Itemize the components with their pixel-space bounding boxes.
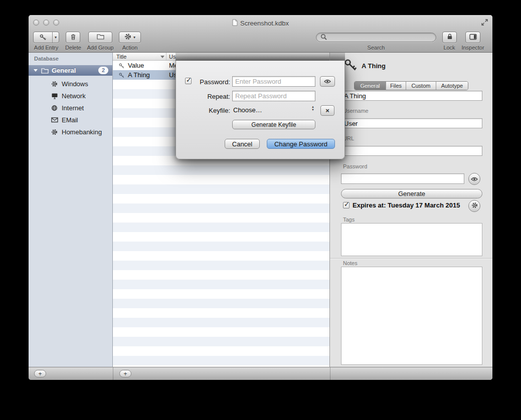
monitor-icon — [51, 93, 58, 99]
window-title: Screenshot.kdbx — [29, 19, 492, 28]
check-icon: ✓ — [344, 200, 350, 208]
tab-custom[interactable]: Custom — [406, 82, 436, 90]
sidebar-item-internet[interactable]: Internet — [51, 103, 84, 112]
pane-divider — [113, 367, 113, 380]
disclosure-triangle-icon[interactable] — [34, 69, 38, 72]
add-group-label: Add Group — [86, 45, 115, 51]
delete-button[interactable] — [66, 32, 80, 43]
lock-button[interactable] — [442, 32, 457, 43]
fullscreen-icon[interactable] — [481, 19, 488, 27]
sidebar-item-label: Windows — [62, 80, 88, 88]
show-password-button[interactable] — [468, 173, 480, 185]
inspector-panel: A Thing General Files Custom Autotype Us… — [330, 53, 492, 367]
password-field[interactable] — [341, 173, 464, 184]
column-divider[interactable] — [166, 53, 166, 60]
add-entry-label: Add Entry — [33, 45, 59, 51]
lock-icon — [447, 33, 453, 42]
sidebar-item-label: Network — [62, 92, 86, 100]
notes-label: Notes — [343, 260, 358, 266]
search-icon — [320, 34, 327, 42]
sidebar-group-general[interactable]: General 2 — [29, 65, 112, 76]
title-field[interactable] — [341, 91, 482, 101]
action-button[interactable]: ▾ — [119, 32, 141, 43]
action-label: Action — [119, 45, 141, 51]
entry-key-icon — [344, 59, 357, 73]
eye-icon — [324, 78, 331, 85]
tags-label: Tags — [343, 217, 355, 223]
add-entry-button[interactable]: ▾ — [33, 32, 59, 43]
column-header-title[interactable]: Title — [116, 54, 126, 60]
inspector-tabs: General Files Custom Autotype — [354, 81, 468, 90]
sidebar-item-network[interactable]: Network — [51, 91, 86, 100]
tab-general[interactable]: General — [355, 82, 386, 90]
add-group-plus-button[interactable]: + — [34, 370, 46, 377]
expires-row: ✓ Expires at: Tuesday 17 March 2015 — [343, 201, 460, 209]
folder-icon — [41, 68, 49, 74]
generate-keyfile-button[interactable]: Generate Keyfile — [232, 120, 315, 129]
tab-autotype[interactable]: Autotype — [436, 82, 468, 90]
sheet-password-label: Password: — [186, 78, 230, 86]
inspector-label: Inspector — [458, 45, 488, 51]
search-label: Search — [361, 45, 391, 51]
sidebar-header: Database — [34, 56, 59, 62]
eye-icon — [471, 175, 478, 183]
delete-label: Delete — [60, 45, 87, 51]
inspector-button[interactable] — [465, 32, 480, 43]
sheet-keyfile-label: Keyfile: — [186, 107, 230, 114]
document-icon — [232, 19, 238, 28]
change-password-sheet: ✓ Password: Repeat: Keyfile: Choose… ▲▼ … — [176, 61, 345, 159]
envelope-icon — [51, 117, 58, 123]
section-divider — [330, 258, 492, 259]
add-group-button[interactable] — [88, 32, 112, 43]
sidebar: Database General 2 Windows Network — [29, 53, 113, 367]
window-chrome: Screenshot.kdbx ▾ Add Entry Delete Add G… — [29, 15, 492, 53]
bottom-bar: + + — [29, 367, 492, 380]
pane-divider — [330, 367, 330, 380]
gear-icon — [471, 202, 478, 210]
expires-checkbox[interactable]: ✓ — [343, 202, 350, 208]
folder-icon — [97, 34, 104, 41]
add-entry-plus-button[interactable]: + — [119, 370, 131, 377]
username-field[interactable] — [341, 118, 482, 128]
clear-keyfile-button[interactable]: × — [320, 105, 334, 116]
sheet-repeat-input[interactable] — [232, 91, 315, 101]
tags-field[interactable] — [341, 223, 482, 256]
key-icon — [119, 63, 124, 70]
show-password-button[interactable] — [320, 76, 335, 87]
tab-files[interactable]: Files — [386, 82, 406, 90]
search-input[interactable] — [316, 33, 436, 42]
password-label: Password — [343, 163, 367, 169]
entry-title: Value — [128, 62, 144, 69]
key-icon — [34, 32, 52, 43]
expires-label: Expires at: Tuesday 17 March 2015 — [353, 201, 460, 209]
sidebar-group-label: General — [52, 67, 76, 74]
trash-icon — [70, 34, 76, 42]
inspector-entry-title: A Thing — [362, 62, 386, 70]
cancel-button[interactable]: Cancel — [225, 139, 260, 149]
sidebar-item-label: Homebanking — [62, 128, 102, 136]
sidebar-item-email[interactable]: EMail — [51, 115, 78, 124]
sheet-password-input[interactable] — [232, 76, 315, 87]
gear-icon — [51, 81, 58, 87]
globe-icon — [51, 105, 58, 111]
sidebar-item-label: Internet — [62, 104, 84, 112]
gear-icon — [124, 33, 131, 42]
entry-title: A Thing — [128, 71, 150, 79]
url-field[interactable] — [341, 146, 482, 156]
keyfile-popup[interactable]: Choose… — [233, 106, 262, 114]
key-icon — [119, 72, 124, 80]
window-title-text: Screenshot.kdbx — [240, 20, 289, 27]
sidebar-item-windows[interactable]: Windows — [51, 79, 88, 88]
notes-field[interactable] — [341, 267, 482, 365]
generate-password-button[interactable]: Generate — [341, 189, 482, 198]
change-password-button[interactable]: Change Password — [267, 139, 335, 149]
column-header-username[interactable]: Us — [169, 54, 176, 60]
sheet-shadow-overlay — [176, 53, 329, 61]
expires-settings-button[interactable] — [468, 200, 480, 212]
chevron-down-icon[interactable]: ▾ — [52, 32, 59, 43]
sidebar-item-homebanking[interactable]: Homebanking — [51, 127, 102, 136]
sheet-repeat-label: Repeat: — [186, 93, 230, 100]
chevron-down-icon: ▾ — [133, 35, 135, 40]
sidebar-item-label: EMail — [62, 116, 78, 124]
popup-stepper-icon[interactable]: ▲▼ — [311, 105, 314, 111]
